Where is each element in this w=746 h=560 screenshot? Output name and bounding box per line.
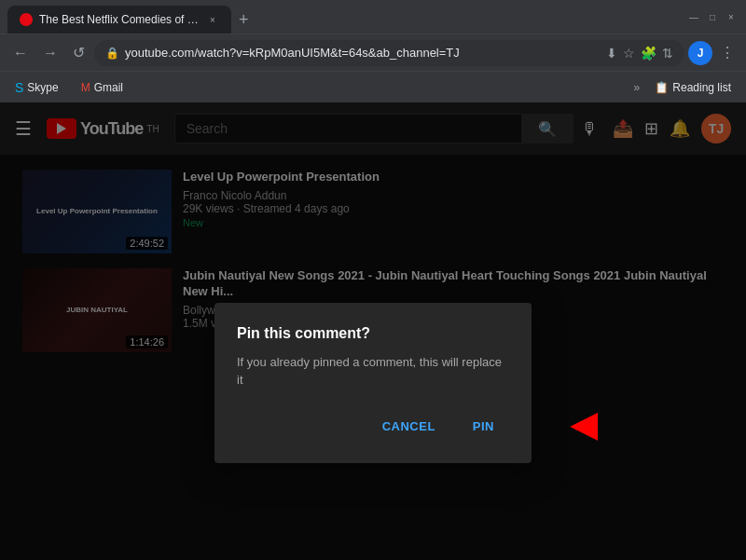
- red-arrow-icon: ◀: [571, 405, 597, 444]
- lock-icon: 🔒: [105, 47, 119, 60]
- back-button[interactable]: ←: [7, 41, 34, 65]
- red-arrow-indicator: ◀: [571, 405, 597, 444]
- youtube-app: ☰ YouTube TH 🔍 🎙 📤 ⊞ 🔔 TJ: [0, 102, 746, 560]
- netflix-favicon: [20, 13, 33, 26]
- reading-list-button[interactable]: 📋 Reading list: [647, 79, 739, 96]
- url-text: youtube.com/watch?v=kRpM0anUI5M&t=64s&ab…: [125, 46, 460, 60]
- download-icon[interactable]: ⬇: [606, 46, 617, 61]
- more-bookmarks-icon[interactable]: »: [634, 81, 641, 94]
- refresh-button[interactable]: ↺: [67, 40, 90, 65]
- browser-menu-button[interactable]: ⋮: [716, 40, 739, 65]
- sync-icon[interactable]: ⇅: [662, 46, 673, 61]
- pin-comment-dialog: Pin this comment? If you already pinned …: [214, 303, 532, 463]
- bookmark-gmail[interactable]: M Gmail: [74, 79, 131, 96]
- active-tab[interactable]: The Best Netflix Comedies of Ju... ×: [7, 6, 231, 34]
- url-bar[interactable]: 🔒 youtube.com/watch?v=kRpM0anUI5M&t=64s&…: [94, 40, 684, 66]
- reading-list-label: Reading list: [672, 81, 731, 94]
- tab-close-button[interactable]: ×: [205, 12, 220, 27]
- window-controls: — □ ×: [686, 9, 739, 24]
- tab-title: The Best Netflix Comedies of Ju...: [39, 13, 200, 26]
- close-window-button[interactable]: ×: [724, 9, 739, 24]
- new-tab-button[interactable]: +: [235, 7, 253, 34]
- url-icons: ⬇ ☆ 🧩 ⇅: [606, 46, 673, 61]
- profile-button[interactable]: J: [688, 41, 712, 65]
- gmail-icon: M: [81, 81, 90, 94]
- browser-window: The Best Netflix Comedies of Ju... × + —…: [0, 0, 746, 560]
- skype-icon: S: [15, 80, 23, 95]
- reading-list-icon: 📋: [655, 81, 669, 94]
- maximize-button[interactable]: □: [705, 9, 720, 24]
- forward-button[interactable]: →: [37, 41, 63, 65]
- star-icon[interactable]: ☆: [623, 46, 635, 61]
- tab-area: The Best Netflix Comedies of Ju... × +: [7, 0, 686, 34]
- title-bar: The Best Netflix Comedies of Ju... × + —…: [0, 0, 746, 34]
- dialog-overlay: Pin this comment? If you already pinned …: [0, 102, 746, 560]
- dialog-title: Pin this comment?: [237, 325, 509, 342]
- cancel-button[interactable]: CANCEL: [367, 412, 450, 441]
- address-bar: ← → ↺ 🔒 youtube.com/watch?v=kRpM0anUI5M&…: [0, 34, 746, 71]
- dialog-body: If you already pinned a comment, this wi…: [237, 353, 509, 389]
- dialog-actions: CANCEL PIN: [237, 412, 509, 441]
- minimize-button[interactable]: —: [686, 9, 701, 24]
- extensions-icon[interactable]: 🧩: [641, 46, 656, 61]
- skype-label: Skype: [27, 81, 58, 94]
- gmail-label: Gmail: [94, 81, 123, 94]
- bookmarks-bar: S Skype M Gmail » 📋 Reading list: [0, 71, 746, 102]
- tab-favicon: [19, 12, 34, 27]
- bookmark-skype[interactable]: S Skype: [7, 78, 66, 97]
- pin-button[interactable]: PIN: [458, 412, 509, 441]
